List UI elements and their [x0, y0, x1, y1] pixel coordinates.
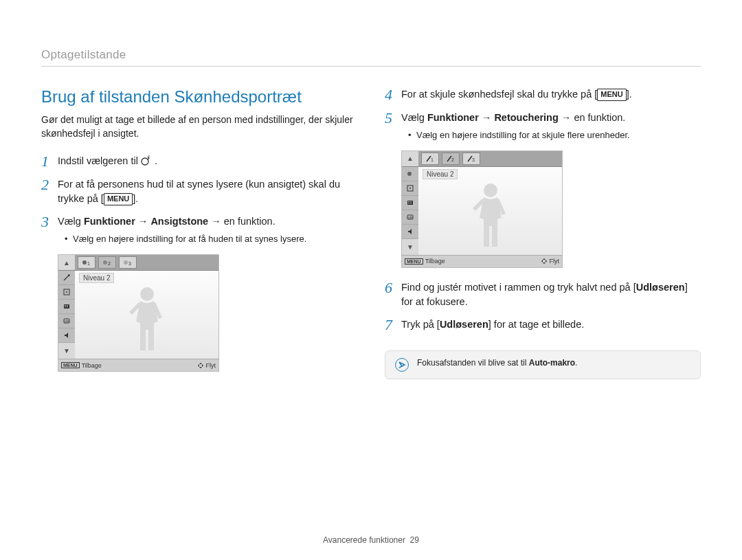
scroll-up-icon: ▲	[402, 151, 418, 166]
side-icon-focus	[402, 181, 418, 196]
intro-text: Gør det muligt at tage et billede af en …	[41, 113, 357, 140]
facetone-level-1-icon: 1	[78, 256, 95, 269]
left-column: Brug af tilstanden Skønhedsportræt Gør d…	[41, 87, 357, 380]
note-text-a: Fokusafstanden vil blive sat til	[417, 358, 529, 368]
side-icon-voice	[58, 328, 75, 343]
side-icon-focus	[58, 285, 75, 300]
step5-b2: Retouchering	[494, 112, 558, 123]
svg-point-21	[407, 172, 412, 176]
step-number-3: 3	[41, 214, 58, 229]
menu-badge: MENU	[597, 89, 626, 101]
right-column: 4 For at skjule skønhedsfejl skal du try…	[385, 87, 701, 380]
step5-arrow1: →	[479, 112, 495, 123]
step-number-1: 1	[41, 154, 58, 169]
retouch-level-label: Niveau 2	[423, 169, 458, 179]
step2-text-b: ].	[133, 193, 138, 204]
step3-c: en funktion.	[224, 216, 276, 227]
step5-c: en funktion.	[574, 112, 625, 123]
info-note-box: Fokusafstanden vil blive sat til Auto-ma…	[385, 350, 701, 379]
scroll-down-icon: ▼	[58, 343, 75, 359]
facetone-level-label: Niveau 2	[79, 273, 114, 283]
note-text-c: .	[575, 358, 577, 368]
screen-move-label: Flyt	[206, 362, 216, 369]
step-number-2: 2	[41, 177, 58, 192]
dpad-icon	[541, 258, 548, 265]
svg-point-17	[140, 287, 154, 301]
scroll-down-icon: ▼	[402, 239, 418, 255]
menu-badge: MENU	[104, 193, 133, 205]
screen-move-label: Flyt	[550, 258, 560, 265]
svg-text:2: 2	[108, 261, 111, 266]
step5-b1: Funktioner	[427, 112, 479, 123]
facetone-level-2-icon: 2	[98, 256, 116, 269]
side-icon-ois: ois	[58, 314, 75, 328]
step1-text-post: .	[155, 155, 157, 166]
svg-text:ois: ois	[65, 319, 69, 323]
step3-b2: Ansigtstone	[150, 216, 208, 227]
person-silhouette-icon	[120, 283, 175, 359]
menu-mini-badge: MENU	[61, 362, 80, 368]
svg-text:3: 3	[472, 157, 475, 162]
side-icon-grid	[58, 300, 75, 314]
note-text-b: Auto-makro	[529, 358, 575, 368]
screen-back-label: Tilbage	[82, 362, 102, 369]
screen-back-label: Tilbage	[425, 258, 445, 265]
beauty-mode-icon	[141, 155, 152, 166]
step4-b: ].	[627, 89, 632, 100]
svg-point-6	[124, 260, 128, 265]
step1-text-pre: Indstil vælgeren til	[58, 155, 141, 166]
svg-text:3: 3	[128, 261, 131, 266]
step-number-5: 5	[385, 111, 401, 126]
svg-point-9	[66, 291, 67, 293]
svg-rect-14	[67, 306, 68, 307]
svg-point-4	[103, 260, 107, 265]
svg-text:1: 1	[87, 261, 90, 266]
step-number-6: 6	[385, 280, 401, 295]
menu-mini-badge: MENU	[405, 258, 423, 265]
footer-page: 29	[410, 535, 419, 545]
section-title: Brug af tilstanden Skønhedsportræt	[41, 87, 357, 107]
dpad-icon	[197, 362, 204, 369]
step-number-7: 7	[385, 317, 401, 333]
side-icon-grid	[402, 196, 418, 210]
side-icon-voice	[402, 225, 418, 239]
side-icon-facetone	[402, 167, 418, 181]
page-footer: Avancerede funktioner 29	[0, 535, 742, 545]
footer-label: Avancerede funktioner	[323, 535, 405, 545]
svg-rect-11	[65, 305, 66, 306]
facetone-level-3-icon: 3	[119, 256, 137, 269]
svg-text:2: 2	[451, 157, 454, 162]
svg-point-2	[82, 260, 87, 265]
svg-rect-12	[67, 305, 68, 306]
step3-a: Vælg	[58, 216, 84, 227]
step4-a: For at skjule skønhedsfejl skal du trykk…	[401, 89, 597, 100]
step5-a: Vælg	[401, 112, 427, 123]
svg-point-23	[409, 188, 411, 189]
step3-arrow1: →	[135, 216, 151, 227]
svg-point-1	[148, 155, 150, 157]
step3-bullet: Vælg en højere indstilling for at få hud…	[65, 233, 357, 246]
step5-arrow2: →	[559, 112, 574, 123]
retouch-level-3-icon: 3	[462, 153, 480, 165]
step6-a: Find og justér motivet i rammen og tryk …	[401, 282, 636, 293]
side-icon-retouch	[58, 271, 75, 285]
step7-c: ] for at tage et billede.	[488, 319, 584, 330]
step7-b: Udløseren	[440, 319, 488, 330]
side-icon-ois: ois	[402, 210, 418, 225]
step6-b: Udløseren	[636, 282, 685, 293]
camera-screen-retouch: ▲ 1 2 3	[401, 150, 563, 268]
svg-text:ois: ois	[408, 215, 413, 219]
step3-b1: Funktioner	[84, 216, 135, 227]
step2-text-a: For at få personens hud til at synes lys…	[58, 179, 340, 204]
step3-arrow2: →	[208, 216, 224, 227]
svg-rect-13	[65, 306, 66, 307]
svg-rect-28	[410, 203, 412, 203]
svg-rect-26	[410, 201, 412, 202]
svg-point-0	[142, 158, 148, 165]
svg-text:1: 1	[431, 157, 434, 162]
person-silhouette-icon	[463, 179, 518, 255]
breadcrumb: Optagetilstande	[41, 48, 701, 67]
scroll-up-icon: ▲	[58, 255, 75, 270]
svg-rect-25	[408, 201, 409, 202]
svg-point-31	[484, 183, 497, 197]
